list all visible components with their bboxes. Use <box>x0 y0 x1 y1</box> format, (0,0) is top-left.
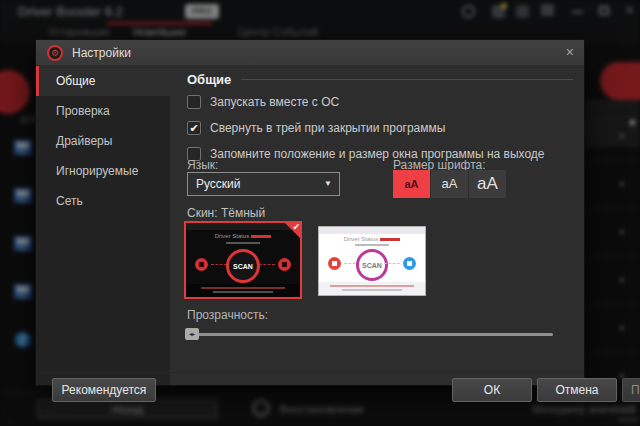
settings-gear-icon: ⚙ <box>47 45 63 61</box>
section-title: Общие <box>187 72 231 87</box>
transparency-label: Прозрачность: <box>187 308 268 322</box>
chevron-down-icon: ▼ <box>324 173 332 195</box>
sidebar-item-scan[interactable]: Проверка <box>36 96 170 126</box>
dialog-header: ⚙ Настройки × <box>36 40 584 66</box>
transparency-slider-track[interactable] <box>187 333 553 336</box>
checkbox-box[interactable] <box>187 95 201 109</box>
apply-button[interactable]: Применить <box>622 378 640 402</box>
selected-check-icon: ✔ <box>292 222 300 232</box>
settings-dialog: ⚙ Настройки × Общие Проверка Драйверы Иг… <box>36 40 584 385</box>
font-size-medium-button[interactable]: aA <box>431 170 468 198</box>
checkbox-box[interactable]: ✔ <box>187 121 201 135</box>
language-label: Язык: <box>187 158 218 172</box>
screen: Driver Booster 6.2 PRO ✕ Устаревшие Нове… <box>0 0 640 426</box>
mini-title-text: Driver Status <box>215 233 250 239</box>
checkbox-minimize-to-tray[interactable]: ✔ Свернуть в трей при закрытии программы <box>187 121 445 135</box>
mini-left-circle <box>328 257 341 270</box>
transparency-slider-thumb[interactable]: ◂▸ <box>185 328 199 340</box>
sidebar-item-network[interactable]: Сеть <box>36 186 170 216</box>
sidebar-item-general[interactable]: Общие <box>36 66 170 96</box>
ok-button[interactable]: ОК <box>452 378 532 402</box>
footer-divider <box>36 372 584 373</box>
skin-label: Скин: Тёмный <box>187 206 265 220</box>
checkbox-autostart[interactable]: Запускать вместе с ОС <box>187 95 339 109</box>
checkbox-label: Свернуть в трей при закрытии программы <box>210 121 445 135</box>
dialog-close-icon[interactable]: × <box>566 44 574 60</box>
mini-title-text: Driver Status <box>344 236 379 242</box>
mini-scan-ring: SCAN <box>226 249 260 283</box>
mini-scan-ring: SCAN <box>356 249 388 281</box>
checkbox-label: Запомните положение и размер окна програ… <box>210 147 545 161</box>
checkbox-label: Запускать вместе с ОС <box>210 95 339 109</box>
cancel-button[interactable]: Отмена <box>537 378 617 402</box>
section-divider <box>241 79 573 80</box>
dialog-title: Настройки <box>72 46 131 60</box>
skin-dark-thumbnail[interactable]: Driver Status SCAN ✔ <box>184 221 302 299</box>
font-size-small-button[interactable]: aA <box>393 170 430 198</box>
font-size-large-button[interactable]: aA <box>469 170 506 198</box>
sidebar-item-ignored[interactable]: Игнорируемые <box>36 156 170 186</box>
settings-sidebar: Общие Проверка Драйверы Игнорируемые Сет… <box>36 66 170 385</box>
checkbox-remember-window[interactable]: Запомните положение и размер окна програ… <box>187 147 545 161</box>
settings-content: Общие Запускать вместе с ОС ✔ Свернуть в… <box>170 66 584 385</box>
skin-light-thumbnail[interactable]: Driver Status SCAN <box>318 226 426 296</box>
language-value: Русский <box>196 177 241 191</box>
mini-right-circle <box>278 258 291 271</box>
recommended-button[interactable]: Рекомендуется <box>52 378 156 402</box>
mini-left-circle <box>195 258 208 271</box>
mini-right-circle <box>403 257 416 270</box>
language-select[interactable]: Русский ▼ <box>187 172 340 196</box>
sidebar-item-drivers[interactable]: Драйверы <box>36 126 170 156</box>
